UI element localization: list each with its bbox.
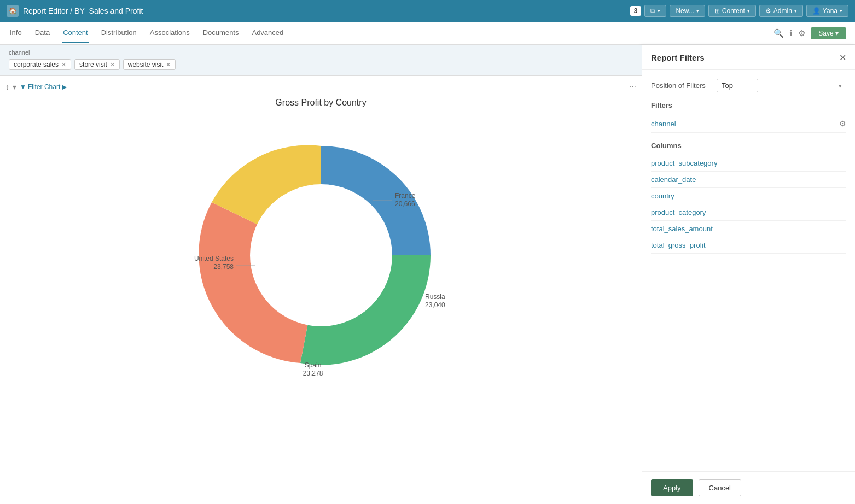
- filter-chart-button[interactable]: ▼ Filter Chart ▶: [20, 83, 67, 91]
- gear-icon: ⚙: [765, 7, 771, 15]
- position-row: Position of Filters Top Bottom Left Righ…: [651, 79, 846, 92]
- tabbar-right: 🔍 ℹ ⚙ Save ▾: [773, 27, 846, 39]
- navbar-brand: 🏠 Report Editor / BY_Sales and Profit: [7, 5, 625, 17]
- label-france: France: [395, 192, 416, 200]
- user-chevron: ▾: [840, 8, 842, 14]
- dropdown-icon[interactable]: ▾: [13, 83, 16, 91]
- column-country: country: [651, 188, 846, 204]
- column-calendar-date: calendar_date: [651, 172, 846, 188]
- tab-associations[interactable]: Associations: [149, 23, 191, 43]
- content-chevron: ▾: [747, 8, 750, 14]
- navbar: 🏠 Report Editor / BY_Sales and Profit 3 …: [0, 0, 855, 22]
- filter-tag-remove-store[interactable]: ✕: [110, 61, 115, 68]
- filter-tag-store-visit: store visit ✕: [74, 59, 120, 70]
- info-icon[interactable]: ℹ: [789, 28, 793, 38]
- content-area: channel corporate sales ✕ store visit ✕ …: [0, 45, 642, 504]
- position-label: Position of Filters: [651, 81, 711, 90]
- column-product-category: product_category: [651, 204, 846, 221]
- label-spain-value: 23,278: [303, 370, 323, 377]
- user-button-label: Yana: [823, 7, 837, 15]
- column-total-sales-amount: total_sales_amount: [651, 221, 846, 237]
- navbar-controls: 3 ⧉ ▾ New... ▾ ⊞ Content ▾ ⚙ Admin ▾ 👤 Y…: [630, 5, 848, 17]
- main-layout: channel corporate sales ✕ store visit ✕ …: [0, 45, 855, 504]
- panel-header: Report Filters ✕: [642, 45, 855, 70]
- filter-bar: channel corporate sales ✕ store visit ✕ …: [0, 45, 642, 76]
- chart-area: ↕ ▾ ▼ Filter Chart ▶ ⋯ Gross Profit by C…: [0, 76, 642, 504]
- filter-item-channel: channel ⚙: [651, 115, 846, 133]
- user-icon: 👤: [812, 7, 821, 15]
- move-icon[interactable]: ↕: [5, 83, 9, 91]
- filter-tag-corporate-sales: corporate sales ✕: [9, 59, 71, 70]
- donut-chart: France 20,666 Russia 23,040 Spain 23,278…: [179, 113, 463, 397]
- copy-chevron: ▾: [658, 8, 660, 14]
- columns-section: Columns product_subcategory calendar_dat…: [651, 142, 846, 254]
- tab-advanced[interactable]: Advanced: [251, 23, 284, 43]
- label-us: United States: [194, 255, 233, 262]
- content-icon: ⊞: [714, 7, 720, 15]
- chart-toolbar: ↕ ▾ ▼ Filter Chart ▶: [5, 83, 67, 91]
- settings-icon[interactable]: ⚙: [798, 28, 805, 38]
- tabbar: Info Data Content Distribution Associati…: [0, 22, 855, 45]
- filter-bar-label: channel: [9, 49, 633, 56]
- filter-name-channel: channel: [651, 120, 676, 128]
- tab-info[interactable]: Info: [9, 23, 23, 43]
- label-us-value: 23,758: [213, 263, 234, 271]
- filter-tag-label: store visit: [79, 61, 107, 68]
- admin-button[interactable]: ⚙ Admin ▾: [759, 5, 803, 17]
- new-chevron: ▾: [696, 8, 699, 14]
- save-button[interactable]: Save ▾: [811, 27, 846, 39]
- panel-body: Position of Filters Top Bottom Left Righ…: [642, 70, 855, 471]
- filter-tag-remove-website[interactable]: ✕: [166, 61, 171, 68]
- filter-tags: corporate sales ✕ store visit ✕ website …: [9, 59, 633, 70]
- tab-distribution[interactable]: Distribution: [100, 23, 138, 43]
- label-russia-value: 23,040: [425, 301, 445, 309]
- user-button[interactable]: 👤 Yana ▾: [806, 5, 848, 17]
- admin-button-label: Admin: [773, 7, 792, 15]
- filter-tag-label: website visit: [128, 61, 164, 68]
- search-icon[interactable]: 🔍: [773, 28, 784, 38]
- filter-tag-label: corporate sales: [14, 61, 59, 68]
- right-panel: Report Filters ✕ Position of Filters Top…: [642, 45, 855, 504]
- segment-russia: [300, 255, 431, 365]
- tab-data[interactable]: Data: [34, 23, 51, 43]
- version-badge: 3: [630, 6, 642, 16]
- filter-chart-label: Filter Chart: [28, 83, 60, 91]
- apply-button[interactable]: Apply: [651, 479, 693, 496]
- copy-icon: ⧉: [650, 7, 655, 15]
- label-france-value: 20,666: [395, 200, 415, 208]
- tab-content[interactable]: Content: [62, 23, 89, 43]
- filter-tag-remove-corporate[interactable]: ✕: [61, 61, 66, 68]
- donut-svg: France 20,666 Russia 23,040 Spain 23,278…: [179, 113, 463, 397]
- panel-footer: Apply Cancel: [642, 471, 855, 504]
- content-button[interactable]: ⊞ Content ▾: [708, 5, 756, 17]
- filter-tag-website-visit: website visit ✕: [123, 59, 176, 70]
- cancel-button[interactable]: Cancel: [699, 479, 741, 496]
- close-icon[interactable]: ✕: [839, 52, 846, 63]
- position-select-wrapper: Top Bottom Left Right: [717, 79, 846, 92]
- panel-title: Report Filters: [651, 53, 705, 62]
- admin-chevron: ▾: [794, 8, 797, 14]
- new-button[interactable]: New... ▾: [670, 5, 705, 17]
- gear-icon[interactable]: ⚙: [839, 119, 846, 128]
- position-select[interactable]: Top Bottom Left Right: [717, 79, 758, 92]
- filter-icon: ▼: [20, 83, 26, 91]
- column-product-subcategory: product_subcategory: [651, 155, 846, 172]
- navbar-title: Report Editor / BY_Sales and Profit: [23, 7, 143, 15]
- filter-chart-arrow: ▶: [62, 83, 67, 91]
- filters-section-label: Filters: [651, 101, 846, 109]
- copy-button[interactable]: ⧉ ▾: [644, 5, 666, 17]
- label-spain: Spain: [304, 361, 321, 369]
- chart-more-button[interactable]: ⋯: [629, 83, 636, 91]
- columns-section-label: Columns: [651, 142, 846, 150]
- new-button-label: New...: [676, 7, 694, 15]
- tab-documents[interactable]: Documents: [202, 23, 240, 43]
- home-icon: 🏠: [7, 5, 19, 17]
- label-russia: Russia: [425, 293, 445, 301]
- column-total-gross-profit: total_gross_profit: [651, 237, 846, 254]
- content-button-label: Content: [722, 7, 745, 15]
- chart-title: Gross Profit by Country: [275, 98, 366, 108]
